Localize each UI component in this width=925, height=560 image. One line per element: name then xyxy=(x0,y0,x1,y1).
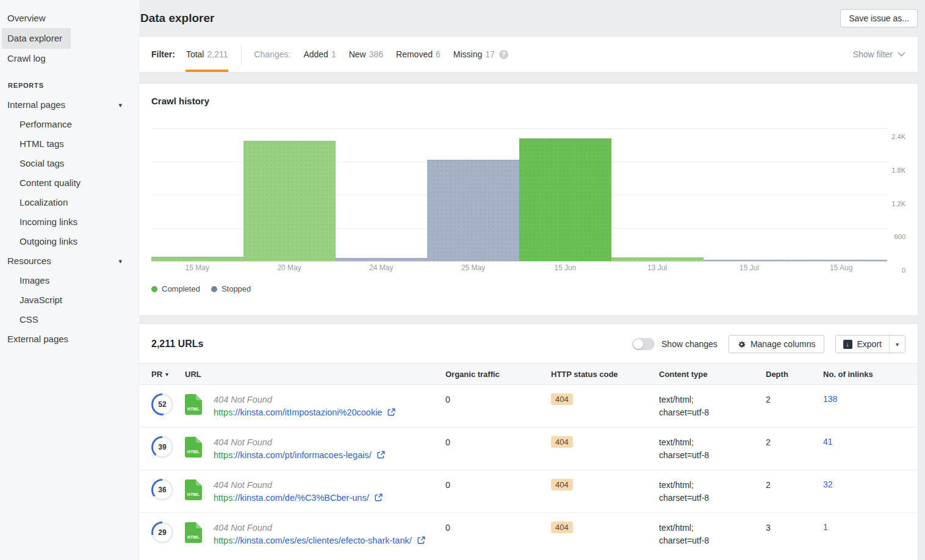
x-axis-tick-label: 15 Jul xyxy=(704,264,796,276)
crawl-history-card: Crawl history 2.4K1.8K1.2K6000 15 May20 … xyxy=(139,84,918,315)
url-cell: HTML404 Not Foundhttps://kinsta.com/es/e… xyxy=(185,522,445,547)
inlinks-link[interactable]: 41 xyxy=(823,437,833,447)
column-header-organic-traffic[interactable]: Organic traffic xyxy=(445,370,551,379)
column-header-label: No. of inlinks xyxy=(823,370,873,379)
chart-bar-25-may[interactable] xyxy=(427,160,519,261)
filter-tab-new[interactable]: New386 xyxy=(348,37,384,72)
url-path: ://kinsta.com/itImpostazioni%20cookie xyxy=(232,407,382,417)
sidebar-item-label: Localization xyxy=(20,193,74,212)
url-link[interactable]: https://kinsta.com/pt/informacoes-legais… xyxy=(214,450,385,460)
inlinks-link[interactable]: 1 xyxy=(823,522,828,532)
column-header-label: HTTP status code xyxy=(551,370,618,379)
inlinks-link[interactable]: 138 xyxy=(823,394,837,404)
chart-bars xyxy=(151,128,887,261)
filter-tab-label: Added xyxy=(303,49,328,59)
sidebar-item-label: Crawl log xyxy=(7,49,52,68)
sidebar-item-performance[interactable]: Performance xyxy=(0,115,139,134)
filter-tab-removed[interactable]: Removed6 xyxy=(395,37,441,72)
pr-cell: 52 xyxy=(151,393,185,415)
sidebar-item-css[interactable]: CSS xyxy=(0,310,139,329)
column-header-pr[interactable]: PR▾ xyxy=(151,370,185,379)
content-type-line1: text/html; xyxy=(659,479,766,492)
column-header-url[interactable]: URL xyxy=(185,370,445,379)
sidebar-item-data-explorer[interactable]: Data explorer xyxy=(0,28,139,49)
filter-tab-missing[interactable]: Missing17? xyxy=(453,37,509,72)
sidebar-item-crawl-log[interactable]: Crawl log xyxy=(0,49,139,68)
show-filter-label: Show filter xyxy=(853,49,893,59)
filter-tab-added[interactable]: Added1 xyxy=(303,37,336,72)
sidebar-section-external-pages[interactable]: External pages xyxy=(0,329,139,349)
sidebar-reports-nav: Internal pages▾PerformanceHTML tagsSocia… xyxy=(0,95,139,349)
filter-tab-total[interactable]: Total2,211 xyxy=(185,37,229,72)
url-link[interactable]: https://kinsta.com/es/es/clientes/efecto… xyxy=(214,536,425,545)
status-cell: 404 xyxy=(551,479,659,490)
url-link[interactable]: https://kinsta.com/de/%C3%BCber-uns/ xyxy=(214,493,383,503)
save-issue-as-button[interactable]: Save issue as... xyxy=(840,9,918,27)
inlinks-cell: 41 xyxy=(823,436,905,447)
url-link[interactable]: https://kinsta.com/itImpostazioni%20cook… xyxy=(214,407,395,417)
chart-bar-15-may[interactable] xyxy=(151,257,243,261)
sidebar-item-label: Images xyxy=(20,271,56,290)
depth-value: 2 xyxy=(766,393,823,406)
chart-bar-20-may[interactable] xyxy=(243,141,336,261)
content-type-line1: text/html; xyxy=(659,393,766,406)
sidebar-item-outgoing-links[interactable]: Outgoing links xyxy=(0,232,139,251)
file-type-label: HTML xyxy=(187,535,200,539)
sidebar-section-label: Resources xyxy=(7,251,57,271)
column-header-no-of-inlinks[interactable]: No. of inlinks xyxy=(823,370,905,379)
manage-columns-button[interactable]: Manage columns xyxy=(729,335,824,353)
inlinks-link[interactable]: 32 xyxy=(823,479,833,489)
column-header-http-status-code[interactable]: HTTP status code xyxy=(551,370,659,379)
x-axis-tick-label: 20 May xyxy=(243,264,336,276)
table-row: 29HTML404 Not Foundhttps://kinsta.com/es… xyxy=(139,512,918,555)
page-title-text: 404 Not Found xyxy=(214,479,383,492)
sidebar-item-javascript[interactable]: JavaScript xyxy=(0,290,139,310)
chart-bar-15-jun[interactable] xyxy=(519,138,611,261)
table-row: 52HTML404 Not Foundhttps://kinsta.com/it… xyxy=(139,385,918,427)
show-filter-button[interactable]: Show filter xyxy=(853,37,905,72)
external-link-icon xyxy=(377,451,385,459)
column-header-depth[interactable]: Depth xyxy=(766,370,823,379)
sidebar-item-localization[interactable]: Localization xyxy=(0,193,139,212)
chart-bar-24-may[interactable] xyxy=(336,258,428,261)
inlinks-cell: 32 xyxy=(823,479,905,490)
export-button[interactable]: ↓ Export xyxy=(836,336,889,353)
sidebar-section-resources[interactable]: Resources▾ xyxy=(0,251,139,271)
sidebar-section-internal-pages[interactable]: Internal pages▾ xyxy=(0,95,139,115)
y-axis-tick-label: 1.8K xyxy=(891,167,905,174)
url-cell: HTML404 Not Foundhttps://kinsta.com/itIm… xyxy=(185,393,445,419)
table-title: 2,211 URLs xyxy=(151,339,203,350)
table-actions: Show changes Manage columns ↓ Export ▾ xyxy=(632,335,905,353)
sidebar-item-html-tags[interactable]: HTML tags xyxy=(0,134,139,154)
sidebar-section-label: External pages xyxy=(7,329,74,349)
sidebar-item-images[interactable]: Images xyxy=(0,271,139,290)
status-cell: 404 xyxy=(551,436,659,448)
http-status-badge: 404 xyxy=(551,479,573,490)
content-type-line2: charset=utf-8 xyxy=(659,534,766,547)
filter-tab-count: 17 xyxy=(485,49,495,59)
column-header-content-type[interactable]: Content type xyxy=(659,370,766,379)
content-type-cell: text/html;charset=utf-8 xyxy=(659,436,766,462)
sidebar-item-incoming-links[interactable]: Incoming links xyxy=(0,212,139,232)
show-changes-toggle[interactable] xyxy=(632,338,655,350)
help-icon: ? xyxy=(499,50,508,59)
organic-traffic-value: 0 xyxy=(445,436,551,449)
sidebar-item-overview[interactable]: Overview xyxy=(0,9,139,28)
export-dropdown-button[interactable]: ▾ xyxy=(889,336,905,353)
organic-traffic-value: 0 xyxy=(445,479,551,492)
file-fold xyxy=(196,479,202,486)
y-axis-tick-label: 1.2K xyxy=(891,200,905,207)
filter-tab-label: New xyxy=(349,49,366,59)
html-file-icon: HTML xyxy=(185,522,202,543)
chart-bar-13-jul[interactable] xyxy=(611,257,704,261)
inlinks-cell: 138 xyxy=(823,393,905,404)
html-file-icon: HTML xyxy=(185,394,202,415)
table-header-row: PR▾URLOrganic trafficHTTP status codeCon… xyxy=(139,363,918,385)
filter-tab-count: 2,211 xyxy=(207,49,228,59)
chart-bar-15-aug[interactable] xyxy=(795,260,887,261)
file-fold xyxy=(196,437,202,443)
sidebar-item-label: Overview xyxy=(7,9,52,28)
sidebar-item-social-tags[interactable]: Social tags xyxy=(0,154,139,173)
sidebar-item-content-quality[interactable]: Content quality xyxy=(0,173,139,193)
chart-bar-15-jul[interactable] xyxy=(704,260,796,261)
